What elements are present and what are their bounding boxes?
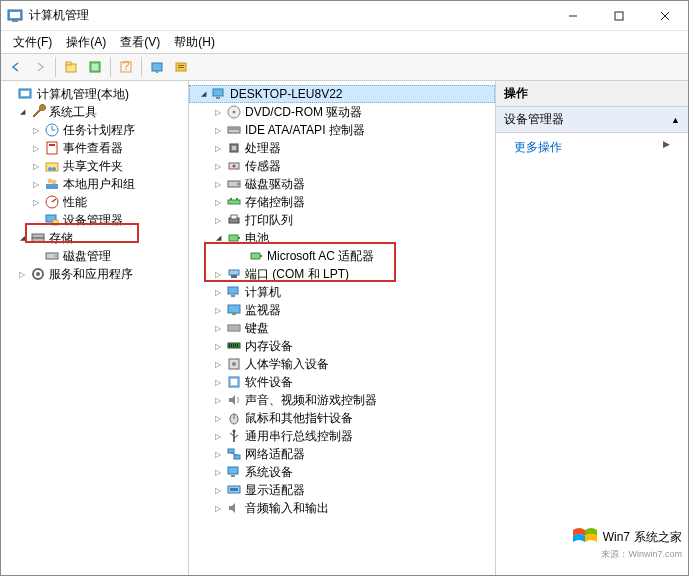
menu-file[interactable]: 文件(F) [7, 32, 58, 53]
actions-header: 操作 [496, 81, 688, 107]
dev-usb[interactable]: 通用串行总线控制器 [189, 427, 495, 445]
tree-label: 磁盘驱动器 [245, 176, 305, 193]
dev-keyboard[interactable]: 键盘 [189, 319, 495, 337]
expander-icon[interactable] [29, 177, 43, 191]
dev-software[interactable]: 软件设备 [189, 373, 495, 391]
right-pane: 操作 设备管理器 ▲ 更多操作 ▶ [496, 81, 688, 575]
dev-ac-adapter[interactable]: Microsoft AC 适配器 [189, 247, 495, 265]
dev-printq[interactable]: 打印队列 [189, 211, 495, 229]
battery-icon [226, 230, 242, 246]
dev-sound[interactable]: 声音、视频和游戏控制器 [189, 391, 495, 409]
svg-rect-21 [21, 91, 29, 96]
usb-icon [226, 428, 242, 444]
svg-rect-64 [229, 270, 239, 275]
tree-shared[interactable]: 共享文件夹 [1, 157, 188, 175]
dev-battery[interactable]: 电池 [189, 229, 495, 247]
dev-storctrl[interactable]: 存储控制器 [189, 193, 495, 211]
expander-icon [29, 249, 43, 263]
expander-icon[interactable] [15, 231, 29, 245]
tb-icon-3[interactable]: ? [115, 56, 137, 78]
expander-icon[interactable] [29, 141, 43, 155]
expander-icon[interactable] [15, 267, 29, 281]
dev-display[interactable]: 显示适配器 [189, 481, 495, 499]
dev-system[interactable]: 系统设备 [189, 463, 495, 481]
minimize-button[interactable] [550, 1, 596, 31]
tree-label: 系统设备 [245, 464, 293, 481]
expander-icon[interactable] [211, 375, 225, 389]
expander-icon[interactable] [211, 447, 225, 461]
expander-icon[interactable] [211, 321, 225, 335]
menu-view[interactable]: 查看(V) [114, 32, 166, 53]
tree-localusers[interactable]: 本地用户和组 [1, 175, 188, 193]
actions-section[interactable]: 设备管理器 ▲ [496, 107, 688, 133]
dev-sensor[interactable]: 传感器 [189, 157, 495, 175]
dev-cpu[interactable]: 处理器 [189, 139, 495, 157]
menu-help[interactable]: 帮助(H) [168, 32, 221, 53]
dev-audio[interactable]: 音频输入和输出 [189, 499, 495, 517]
left-pane[interactable]: 计算机管理(本地) 系统工具 任务计划程序 事件查看器 共享文件夹 本地用户和组 [1, 81, 189, 575]
tree-devmgr[interactable]: 设备管理器 [1, 211, 188, 229]
tree-storage[interactable]: 存储 [1, 229, 188, 247]
expander-icon[interactable] [211, 159, 225, 173]
middle-pane[interactable]: DESKTOP-LEU8V22 DVD/CD-ROM 驱动器 IDE ATA/A… [189, 81, 496, 575]
expander-icon[interactable] [211, 303, 225, 317]
expander-icon[interactable] [29, 123, 43, 137]
expander-icon[interactable] [15, 105, 29, 119]
expander-icon[interactable] [211, 393, 225, 407]
dev-hid[interactable]: 人体学输入设备 [189, 355, 495, 373]
expander-icon[interactable] [211, 267, 225, 281]
expander-icon[interactable] [29, 159, 43, 173]
expander-icon[interactable] [211, 195, 225, 209]
expander-icon[interactable] [211, 429, 225, 443]
dev-ide[interactable]: IDE ATA/ATAPI 控制器 [189, 121, 495, 139]
expander-icon[interactable] [211, 465, 225, 479]
tree-perf[interactable]: 性能 [1, 193, 188, 211]
tb-icon-5[interactable] [170, 56, 192, 78]
expander-icon[interactable] [211, 141, 225, 155]
expander-icon[interactable] [211, 105, 225, 119]
expander-icon[interactable] [29, 195, 43, 209]
expander-icon[interactable] [211, 411, 225, 425]
dev-computers[interactable]: 计算机 [189, 283, 495, 301]
forward-button[interactable] [29, 56, 51, 78]
tree-systools[interactable]: 系统工具 [1, 103, 188, 121]
back-button[interactable] [5, 56, 27, 78]
maximize-button[interactable] [596, 1, 642, 31]
expander-icon[interactable] [211, 213, 225, 227]
expander-icon[interactable] [211, 339, 225, 353]
dev-computer[interactable]: DESKTOP-LEU8V22 [189, 85, 495, 103]
tree-tasksched[interactable]: 任务计划程序 [1, 121, 188, 139]
dev-mouse[interactable]: 鼠标和其他指针设备 [189, 409, 495, 427]
tb-icon-4[interactable] [146, 56, 168, 78]
svg-rect-87 [228, 449, 234, 453]
dev-monitors[interactable]: 监视器 [189, 301, 495, 319]
tb-icon-2[interactable] [84, 56, 106, 78]
dev-dvd[interactable]: DVD/CD-ROM 驱动器 [189, 103, 495, 121]
close-button[interactable] [642, 1, 688, 31]
dev-ports[interactable]: 端口 (COM 和 LPT) [189, 265, 495, 283]
svg-rect-78 [237, 344, 238, 347]
dev-memory[interactable]: 内存设备 [189, 337, 495, 355]
svg-rect-68 [228, 305, 240, 313]
expander-icon[interactable] [211, 285, 225, 299]
tb-icon-1[interactable] [60, 56, 82, 78]
tree-root[interactable]: 计算机管理(本地) [1, 85, 188, 103]
expander-icon[interactable] [211, 483, 225, 497]
expander-icon[interactable] [196, 87, 210, 101]
clock-icon [44, 122, 60, 138]
tree-services[interactable]: 服务和应用程序 [1, 265, 188, 283]
expander-icon[interactable] [211, 123, 225, 137]
expander-icon[interactable] [211, 177, 225, 191]
dev-network[interactable]: 网络适配器 [189, 445, 495, 463]
more-actions[interactable]: 更多操作 ▶ [496, 133, 688, 162]
expander-icon[interactable] [211, 501, 225, 515]
tree-eventvwr[interactable]: 事件查看器 [1, 139, 188, 157]
expander-icon[interactable] [211, 231, 225, 245]
display-icon [226, 482, 242, 498]
svg-point-29 [52, 167, 56, 171]
tree-diskmgmt[interactable]: 磁盘管理 [1, 247, 188, 265]
event-icon [44, 140, 60, 156]
menu-action[interactable]: 操作(A) [60, 32, 112, 53]
dev-disk[interactable]: 磁盘驱动器 [189, 175, 495, 193]
expander-icon[interactable] [211, 357, 225, 371]
